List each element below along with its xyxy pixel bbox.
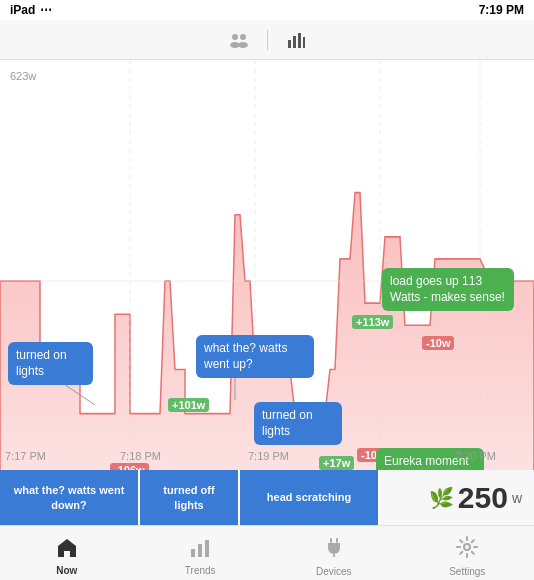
svg-rect-5 — [293, 36, 296, 48]
svg-point-3 — [238, 42, 248, 48]
nav-label-devices: Devices — [316, 566, 352, 577]
bubble-turned-on-lights-center: turned on lights — [254, 402, 342, 445]
nav-item-now[interactable]: Now — [0, 531, 134, 576]
gear-icon — [456, 536, 478, 563]
person-group-icon[interactable] — [227, 28, 251, 52]
toolbar — [0, 20, 534, 60]
svg-rect-18 — [205, 540, 209, 557]
power-badge: 🌿 250 w — [380, 470, 534, 525]
chart-icon — [189, 537, 211, 562]
nav-item-settings[interactable]: Settings — [401, 530, 535, 577]
ann-watts-down: what the? watts went down? — [0, 470, 140, 525]
svg-rect-19 — [330, 538, 332, 543]
nav-label-settings: Settings — [449, 566, 485, 577]
time-label-720: 7:20 PM — [455, 450, 496, 462]
svg-point-0 — [232, 34, 238, 40]
value-badge-17w: +17w — [319, 456, 354, 470]
bar-chart-icon[interactable] — [284, 28, 308, 52]
wifi-icon: ⋅⋅⋅ — [40, 3, 52, 17]
bubble-watts-went-up: what the? watts went up? — [196, 335, 314, 378]
ann-spacer: 🌿 250 w — [380, 470, 534, 525]
annotation-strip: what the? watts went down? turned off li… — [0, 470, 534, 525]
nav-item-devices[interactable]: Devices — [267, 530, 401, 577]
svg-rect-17 — [198, 544, 202, 557]
value-badge-113w: +113w — [352, 315, 393, 329]
device-name: iPad — [10, 3, 35, 17]
plug-icon — [323, 536, 345, 563]
svg-point-22 — [464, 544, 470, 550]
toolbar-divider — [267, 30, 268, 50]
time-label-717: 7:17 PM — [5, 450, 46, 462]
leaf-icon: 🌿 — [429, 486, 454, 510]
value-badge-neg10w: -10w — [422, 336, 454, 350]
nav-label-trends: Trends — [185, 565, 216, 576]
status-time: 7:19 PM — [479, 3, 524, 17]
time-label-719: 7:19 PM — [248, 450, 289, 462]
svg-rect-4 — [288, 40, 291, 48]
svg-rect-21 — [333, 554, 335, 557]
nav-label-now: Now — [56, 565, 77, 576]
svg-rect-20 — [336, 538, 338, 543]
house-icon — [56, 537, 78, 562]
svg-rect-7 — [303, 37, 305, 48]
bubble-turned-on-lights-left: turned on lights — [8, 342, 93, 385]
value-badge-101w-green: +101w — [168, 398, 209, 412]
ann-head-scratching: head scratching — [240, 470, 380, 525]
time-label-718: 7:18 PM — [120, 450, 161, 462]
power-value: 250 — [458, 481, 508, 515]
status-bar: iPad ⋅⋅⋅ 7:19 PM — [0, 0, 534, 20]
power-unit: w — [512, 490, 522, 506]
svg-point-1 — [240, 34, 246, 40]
chart-area: 623w +113w +101w -106w -102w -101w +1 — [0, 60, 534, 480]
svg-rect-16 — [191, 549, 195, 557]
ann-turned-off-lights: turned off lights — [140, 470, 240, 525]
status-left: iPad ⋅⋅⋅ — [10, 3, 52, 17]
nav-item-trends[interactable]: Trends — [134, 531, 268, 576]
bubble-load-goes-up: load goes up 113 Watts - makes sense! — [382, 268, 514, 311]
bottom-nav: Now Trends Devices Settings — [0, 525, 534, 580]
svg-rect-6 — [298, 33, 301, 48]
